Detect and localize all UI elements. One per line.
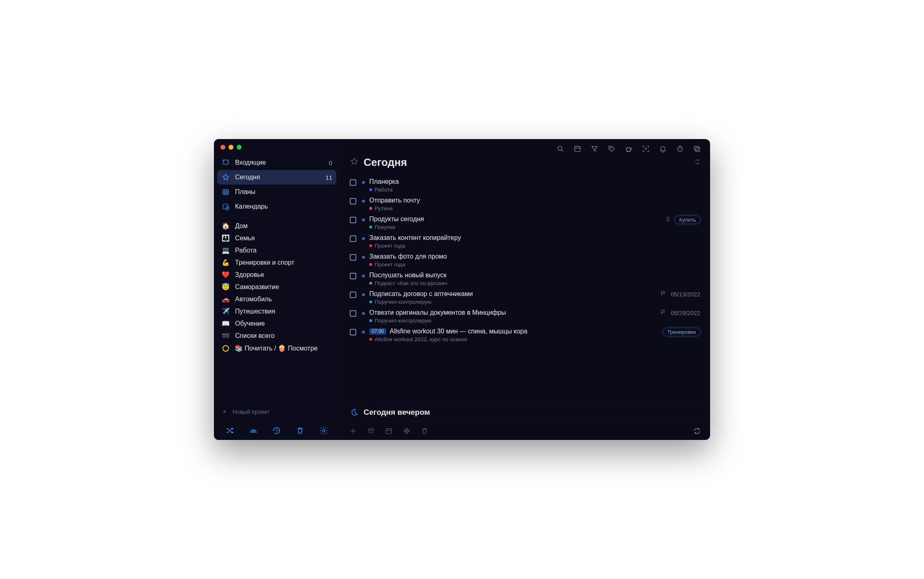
window-minimize-button[interactable] xyxy=(229,145,233,150)
search-icon[interactable] xyxy=(556,145,564,153)
project-item[interactable]: ❤️Здоровье xyxy=(217,269,336,281)
task-project: Рутина xyxy=(369,205,700,211)
task-project: Подкаст «Как это по-русски» xyxy=(369,280,700,286)
add-task-icon[interactable] xyxy=(349,427,357,435)
project-item[interactable]: 😇Саморазвитие xyxy=(217,281,336,293)
bell-icon[interactable] xyxy=(659,145,667,153)
task-row[interactable]: ★ПланеркаРабота xyxy=(350,176,700,195)
page-header: Сегодня xyxy=(340,155,710,176)
rainbow-icon[interactable] xyxy=(249,426,258,435)
project-label: Автомобиль xyxy=(235,296,332,303)
project-item[interactable]: 🚗Автомобиль xyxy=(217,293,336,305)
new-project-button[interactable]: ＋ Новый проект xyxy=(214,403,340,421)
window-close-button[interactable] xyxy=(220,145,225,150)
checklist-icon[interactable] xyxy=(664,216,671,224)
project-emoji: 💪 xyxy=(221,259,230,266)
task-project: Поручил-контролирую xyxy=(369,318,660,324)
project-item-area[interactable]: 📚 Почитать / 🍿 Посмотре xyxy=(217,342,336,355)
project-emoji: ✈️ xyxy=(221,308,230,315)
task-row[interactable]: ★Послушать новый выпускПодкаст «Как это … xyxy=(350,270,700,288)
project-dot-icon xyxy=(369,300,372,303)
calendar-icon[interactable] xyxy=(573,145,582,153)
tag-icon[interactable] xyxy=(608,145,616,153)
shuffle-icon[interactable] xyxy=(225,426,234,435)
task-checkbox[interactable] xyxy=(350,179,356,186)
task-row[interactable]: ★Отвезти оригиналы документов в Минцифры… xyxy=(350,307,700,326)
project-item[interactable]: 🏠Дом xyxy=(217,220,336,232)
project-dot-icon xyxy=(369,207,372,210)
task-title-text: Отправить почту xyxy=(369,197,420,204)
task-star-icon: ★ xyxy=(361,254,366,260)
window-maximize-button[interactable] xyxy=(237,145,242,150)
project-label: Списки всего xyxy=(235,332,332,340)
project-emoji: 📖 xyxy=(221,320,230,327)
inbox-icon xyxy=(221,158,230,167)
settings-icon[interactable] xyxy=(319,426,328,435)
task-title: Продукты сегодня xyxy=(369,215,664,223)
task-project-label: Покупки xyxy=(375,224,395,230)
task-checkbox[interactable] xyxy=(350,273,356,279)
task-tag-badge[interactable]: Купить xyxy=(675,215,700,224)
task-project: Работа xyxy=(369,187,700,193)
task-title: Планерка xyxy=(369,178,700,185)
filter-icon[interactable] xyxy=(591,145,599,153)
stopwatch-icon[interactable] xyxy=(676,145,684,153)
project-item[interactable]: ➿Списки всего xyxy=(217,330,336,342)
sidebar-item-count: 0 xyxy=(329,159,332,166)
task-row[interactable]: ★Отправить почтуРутина xyxy=(350,195,700,213)
move-icon[interactable] xyxy=(403,427,411,435)
window-controls xyxy=(214,139,340,154)
project-label: Тренировки и спорт xyxy=(235,259,332,266)
new-project-label: Новый проект xyxy=(233,409,270,415)
task-row[interactable]: ★Заказать контент копирайтеруПроект года xyxy=(350,232,700,251)
copy-icon[interactable] xyxy=(693,145,701,153)
project-label: Дом xyxy=(235,222,332,230)
task-row[interactable]: ★Продукты сегодняПокупкиКупить xyxy=(350,213,700,232)
project-label: Обучение xyxy=(235,320,332,327)
task-body: 07:00Allsfine workout 30 мин — спина, мы… xyxy=(369,328,663,342)
task-checkbox[interactable] xyxy=(350,254,356,261)
sidebar-item-upcoming[interactable]: Планы xyxy=(217,185,336,199)
sync-icon[interactable] xyxy=(693,427,701,435)
trash-icon[interactable] xyxy=(296,426,305,435)
task-row[interactable]: ★Заказать фото для промоПроект года xyxy=(350,251,700,270)
project-item[interactable]: 💻Работа xyxy=(217,244,336,257)
history-icon[interactable] xyxy=(272,426,281,435)
project-label: Путешествия xyxy=(235,308,332,315)
task-checkbox[interactable] xyxy=(350,292,356,298)
task-checkbox[interactable] xyxy=(350,310,356,317)
layers-icon[interactable] xyxy=(367,427,375,435)
task-checkbox[interactable] xyxy=(350,235,356,242)
task-checkbox[interactable] xyxy=(350,329,356,335)
task-row[interactable]: ★07:00Allsfine workout 30 мин — спина, м… xyxy=(350,326,700,344)
task-title-text: Заказать контент копирайтеру xyxy=(369,234,461,242)
task-star-icon: ★ xyxy=(361,217,366,223)
task-checkbox[interactable] xyxy=(350,198,356,205)
project-item[interactable]: 👨‍👩‍👦Семья xyxy=(217,232,336,244)
delete-icon[interactable] xyxy=(421,427,429,435)
task-title: Заказать контент копирайтеру xyxy=(369,234,700,242)
coffee-icon[interactable] xyxy=(625,145,633,153)
collapse-all-icon[interactable] xyxy=(693,158,700,167)
project-emoji: ❤️ xyxy=(221,272,230,278)
task-star-icon: ★ xyxy=(361,273,366,279)
sidebar-item-inbox[interactable]: Входящие 0 xyxy=(217,155,336,170)
sidebar-item-label: Планы xyxy=(235,188,332,196)
schedule-icon[interactable] xyxy=(385,427,393,435)
sidebar-item-today[interactable]: Сегодня 11 xyxy=(217,170,336,185)
project-item[interactable]: ✈️Путешествия xyxy=(217,305,336,318)
main-footer xyxy=(340,422,710,440)
project-emoji: 🏠 xyxy=(221,223,230,229)
sidebar-item-calendar[interactable]: Календарь xyxy=(217,199,336,214)
project-item[interactable]: 📖Обучение xyxy=(217,318,336,330)
svg-rect-0 xyxy=(223,189,228,195)
sidebar-footer xyxy=(214,421,340,440)
project-item[interactable]: 💪Тренировки и спорт xyxy=(217,257,336,269)
task-tag-badge[interactable]: Тренировки xyxy=(663,328,700,336)
task-project-label: Проект года xyxy=(375,243,405,249)
task-checkbox[interactable] xyxy=(350,217,356,223)
task-project-label: Поручил-контролирую xyxy=(375,318,431,324)
focus-icon[interactable] xyxy=(642,145,650,153)
project-dot-icon xyxy=(369,188,372,191)
task-row[interactable]: ★Подписать договор с аптечникамиПоручил-… xyxy=(350,288,700,307)
